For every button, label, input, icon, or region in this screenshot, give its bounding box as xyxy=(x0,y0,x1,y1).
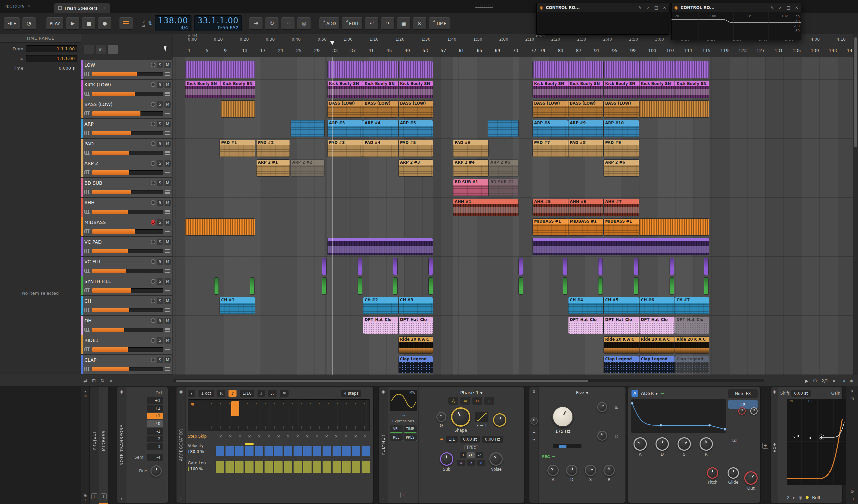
track-header[interactable]: LOWSM xyxy=(81,60,172,80)
note-value-button[interactable]: ♩ xyxy=(257,390,265,397)
velocity-bar[interactable] xyxy=(322,446,331,456)
ruler-bar-label[interactable]: 73 xyxy=(513,48,519,53)
edit-icon[interactable]: ✎ xyxy=(770,5,774,10)
gate-bar[interactable] xyxy=(313,461,321,473)
scrollbar-thumb[interactable] xyxy=(176,380,588,382)
clip[interactable]: Kick Beefy SN xyxy=(533,81,568,98)
ruler-time-label[interactable]: 2:50 xyxy=(629,37,638,42)
position-value[interactable]: 33.1.1.00 xyxy=(197,16,239,25)
track-menu-icon[interactable] xyxy=(165,171,170,174)
clip[interactable]: ARP 2 #4 xyxy=(453,159,489,177)
follow-icon[interactable]: ◎ xyxy=(297,17,311,29)
velocity-value[interactable]: 80.0 % xyxy=(188,449,216,454)
automation-icon[interactable]: ≈ xyxy=(281,17,295,29)
ruler-time-label[interactable]: 0:50 xyxy=(318,37,327,42)
volume-slider[interactable] xyxy=(92,347,163,352)
mute-button[interactable]: M xyxy=(164,318,171,324)
record-arm-button[interactable] xyxy=(151,358,156,362)
sub-wave-sine-icon[interactable]: ≈ xyxy=(457,460,465,466)
track-header[interactable]: ARPSM xyxy=(81,119,172,139)
clip[interactable]: BASS (LOW) xyxy=(327,100,363,118)
ruler-time-label[interactable]: 0:30 xyxy=(266,37,274,42)
step-skip-toggle[interactable]: × xyxy=(225,434,235,439)
sub-oct-0[interactable]: 0 xyxy=(460,452,466,458)
clip[interactable]: ARP 2 #6 xyxy=(603,159,639,177)
clip[interactable] xyxy=(322,258,327,275)
track-header[interactable]: CLAPSM xyxy=(81,355,172,375)
clip[interactable] xyxy=(322,277,327,295)
scrollbar-thumb[interactable] xyxy=(854,37,857,147)
track-lane[interactable]: DPT_Hat_CloDPT_Hat_CloDPT_Hat_CloDPT_Hat… xyxy=(173,316,853,335)
clip[interactable] xyxy=(639,100,709,118)
add-device-icon[interactable]: + xyxy=(91,493,97,499)
power-icon[interactable]: ◉ xyxy=(539,5,543,10)
ruler-time-label[interactable]: 4:00 xyxy=(811,37,820,42)
mute-button[interactable]: M xyxy=(164,62,171,68)
mod-route-icon[interactable]: → xyxy=(401,413,405,418)
solo-button[interactable]: S xyxy=(157,141,163,147)
step-skip-toggle[interactable]: × xyxy=(255,434,264,439)
sub-oct-minus2[interactable]: -2 xyxy=(476,452,483,458)
gate-bar[interactable] xyxy=(352,461,360,473)
velocity-bar[interactable] xyxy=(313,446,321,456)
edit-button[interactable]: ◢EDIT xyxy=(342,17,362,29)
amp-release-knob[interactable] xyxy=(700,437,713,451)
volume-slider[interactable] xyxy=(92,328,163,332)
filter-mix-knob[interactable] xyxy=(597,431,607,441)
glide-knob[interactable] xyxy=(728,467,739,479)
track-header[interactable]: BD SUBSM xyxy=(81,178,172,198)
clip[interactable]: PAD #5 xyxy=(398,140,433,157)
ruler-time-label[interactable]: 2:10 xyxy=(525,37,534,42)
clip[interactable] xyxy=(669,258,674,275)
clip[interactable]: BASS (LOW) xyxy=(398,100,433,118)
octave-range-selector[interactable]: 1 oct xyxy=(198,390,214,397)
ruler-time-label[interactable]: 1:50 xyxy=(473,37,482,42)
ruler-bar-label[interactable]: 61 xyxy=(459,48,464,53)
pres-button[interactable]: PRES xyxy=(404,434,417,441)
ruler-time-label[interactable]: 1:10 xyxy=(370,37,379,42)
note-fx-button[interactable]: Note FX xyxy=(728,389,758,398)
clip[interactable] xyxy=(634,277,638,295)
clip[interactable]: DPT_Hat_Clo xyxy=(398,317,433,334)
clip[interactable]: PAD #7 xyxy=(533,140,568,157)
clip[interactable] xyxy=(428,258,433,275)
sub-wave-tri-icon[interactable]: ∧ xyxy=(467,460,475,466)
grid-view-button[interactable]: ⊞ xyxy=(96,45,106,54)
step-skip-toggle[interactable]: × xyxy=(293,434,303,439)
clip[interactable]: ARP 2 #2 xyxy=(290,159,324,177)
retrigger-button[interactable]: R xyxy=(217,390,225,397)
track-header[interactable]: RIDE1SM xyxy=(81,335,172,355)
pattern-step[interactable] xyxy=(211,399,221,428)
clip[interactable] xyxy=(185,218,255,236)
clip[interactable]: CH #3 xyxy=(398,297,433,314)
clip[interactable] xyxy=(214,277,219,295)
step-skip-toggle[interactable]: × xyxy=(351,434,360,439)
track-menu-icon[interactable] xyxy=(165,92,170,96)
ruler-bar-label[interactable]: 37 xyxy=(350,48,356,53)
record-arm-button[interactable] xyxy=(151,122,156,126)
gate-bar[interactable] xyxy=(322,461,331,473)
record-button[interactable]: ● xyxy=(98,17,111,29)
record-arm-button[interactable] xyxy=(151,299,156,303)
step-skip-toggle[interactable]: × xyxy=(360,434,370,439)
clip[interactable]: CH #7 xyxy=(675,297,709,314)
loop-icon[interactable]: ↻ xyxy=(265,17,279,29)
grid-icon[interactable]: ⊞ xyxy=(92,378,96,383)
step-skip-toggle[interactable]: × xyxy=(216,434,225,439)
record-arm-button[interactable] xyxy=(151,161,156,166)
track-menu-icon[interactable] xyxy=(165,348,170,351)
from-field[interactable]: 1.1.1.00 xyxy=(26,45,77,52)
ruler-time-label[interactable]: 2:40 xyxy=(603,37,612,42)
ruler-bar-label[interactable]: 91 xyxy=(594,48,600,53)
chain-tab-midbass[interactable]: MIDBASS + xyxy=(99,387,108,504)
zoom-in-icon[interactable]: ⊕ xyxy=(850,489,854,494)
record-arm-button[interactable] xyxy=(151,259,156,264)
clip[interactable] xyxy=(363,61,398,78)
oct-zero[interactable]: ±0 xyxy=(147,420,163,427)
volume-slider[interactable] xyxy=(92,111,163,116)
clip[interactable]: PAD #2 xyxy=(256,140,290,157)
clip[interactable]: PAD #9 xyxy=(603,140,639,157)
clip[interactable] xyxy=(398,61,433,78)
cutoff-knob[interactable] xyxy=(552,406,573,427)
pattern-step[interactable] xyxy=(338,399,347,428)
